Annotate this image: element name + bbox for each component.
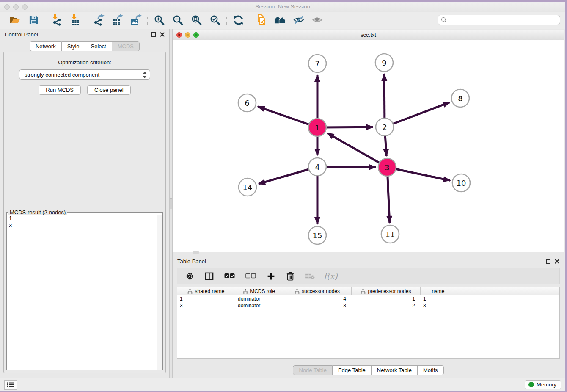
first-neighbors-button[interactable]	[274, 14, 286, 26]
tab-mcds[interactable]: MCDS	[112, 41, 140, 51]
network-graph[interactable]: 1234678910111415	[173, 40, 564, 252]
cell-shared-name: 1	[177, 296, 235, 302]
task-history-button[interactable]	[4, 380, 17, 390]
function-builder-button[interactable]: f(x)	[324, 271, 338, 281]
criterion-dropdown[interactable]: strongly connected component	[19, 69, 150, 80]
cell-predecessor-nodes: 2	[352, 303, 421, 309]
column-header-mcds-role[interactable]: MCDS role	[235, 287, 283, 295]
graph-node-7[interactable]: 7	[308, 55, 326, 72]
network-window-titlebar[interactable]: scc.txt	[173, 30, 564, 40]
window-zoom-button[interactable]	[22, 4, 28, 10]
delete-columns-button[interactable]	[285, 271, 296, 282]
zoom-in-button[interactable]	[153, 14, 165, 26]
graph-node-8[interactable]: 8	[451, 89, 469, 107]
tab-network-table[interactable]: Network Table	[372, 365, 418, 375]
graph-node-label: 4	[315, 163, 319, 171]
search-input[interactable]	[449, 17, 557, 24]
graph-edge-3-1[interactable]	[327, 133, 387, 167]
add-column-button[interactable]	[265, 271, 276, 282]
hide-selected-button[interactable]	[293, 14, 305, 26]
graph-node-label: 2	[382, 123, 387, 132]
select-all-columns-button[interactable]	[223, 271, 236, 282]
tab-select[interactable]: Select	[85, 41, 112, 51]
window-minimize-button[interactable]	[13, 4, 19, 10]
control-panel: Control Panel NetworkStyleSelectMCDS Opt…	[0, 29, 169, 378]
vertical-splitter-handle[interactable]	[170, 198, 172, 209]
titlebar: Session: New Session	[0, 2, 565, 12]
graph-edge-2-8[interactable]	[385, 102, 450, 127]
show-columns-button[interactable]	[204, 271, 215, 282]
network-canvas[interactable]: 1234678910111415	[173, 40, 564, 252]
save-session-button[interactable]	[28, 14, 39, 26]
network-close-button[interactable]	[176, 32, 182, 38]
unselect-all-columns-button[interactable]	[244, 271, 257, 282]
dropdown-stepper-icon	[143, 71, 147, 79]
cell-shared-name: 3	[177, 303, 235, 309]
checked-boxes-icon	[224, 273, 235, 279]
graph-node-15[interactable]: 15	[308, 226, 326, 244]
column-header-name[interactable]: name	[421, 287, 456, 295]
export-table-button[interactable]	[111, 14, 123, 26]
graph-node-2[interactable]: 2	[376, 118, 394, 136]
horizontal-splitter-handle[interactable]	[193, 251, 199, 254]
graph-node-9[interactable]: 9	[375, 54, 393, 72]
run-mcds-button[interactable]: Run MCDS	[39, 85, 81, 95]
graph-node-10[interactable]: 10	[452, 174, 470, 192]
table-row[interactable]: 3dominator323	[177, 302, 559, 309]
network-zoom-button[interactable]	[193, 32, 199, 38]
window-close-button[interactable]	[4, 4, 10, 10]
search-box[interactable]	[438, 15, 560, 25]
table-row[interactable]: 1dominator411	[177, 295, 559, 302]
vertical-splitter[interactable]	[169, 29, 173, 378]
import-table-icon	[70, 14, 81, 26]
table-settings-button[interactable]	[184, 271, 195, 282]
column-header-predecessor-nodes[interactable]: predecessor nodes	[352, 287, 421, 295]
network-minimize-button[interactable]	[185, 32, 190, 38]
table-header-row: shared nameMCDS rolesuccessor nodesprede…	[177, 287, 559, 295]
show-all-button[interactable]	[311, 14, 323, 26]
graph-node-1[interactable]: 1	[308, 119, 326, 136]
graph-node-label: 6	[245, 99, 249, 108]
houses-icon	[274, 15, 286, 25]
float-panel-icon[interactable]	[151, 32, 156, 37]
import-network-button[interactable]	[51, 14, 63, 26]
graph-node-4[interactable]: 4	[308, 158, 326, 176]
open-session-button[interactable]	[9, 14, 21, 26]
graph-edge-3-10[interactable]	[387, 167, 450, 180]
result-scrollbar[interactable]	[157, 215, 162, 370]
close-panel-icon[interactable]	[160, 32, 165, 37]
export-network-button[interactable]	[93, 14, 105, 26]
export-table-icon	[112, 14, 123, 26]
zoom-out-button[interactable]	[172, 14, 184, 26]
eye-icon	[311, 15, 323, 25]
apply-layout-button[interactable]	[232, 14, 244, 26]
graph-node-6[interactable]: 6	[238, 94, 256, 112]
memory-button[interactable]: Memory	[525, 380, 561, 389]
graph-node-11[interactable]: 11	[381, 225, 399, 243]
close-panel-button[interactable]: Close panel	[87, 85, 131, 95]
float-table-panel-icon[interactable]	[546, 259, 550, 264]
tab-motifs[interactable]: Motifs	[418, 365, 444, 375]
main-toolbar	[0, 12, 565, 28]
graph-node-label: 7	[315, 59, 319, 68]
screen: Session: New Session	[0, 0, 567, 392]
zoom-selected-button[interactable]	[209, 14, 221, 26]
new-network-from-selection-button[interactable]	[256, 14, 267, 26]
mcds-result-list[interactable]: 13	[7, 215, 162, 370]
close-table-panel-icon[interactable]	[555, 259, 559, 264]
graph-node-14[interactable]: 14	[239, 178, 256, 196]
zoom-fit-button[interactable]	[190, 14, 202, 26]
attribute-type-icon	[243, 289, 248, 294]
column-header-shared-name[interactable]: shared name	[177, 287, 235, 295]
tab-network[interactable]: Network	[30, 41, 62, 51]
export-image-button[interactable]	[130, 14, 142, 26]
import-table-button[interactable]	[69, 14, 81, 26]
tab-edge-table[interactable]: Edge Table	[333, 365, 372, 375]
tab-style[interactable]: Style	[62, 41, 85, 51]
graph-node-3[interactable]: 3	[378, 158, 396, 176]
graph-edge-1-6[interactable]	[258, 107, 317, 127]
delete-table-button[interactable]	[304, 271, 315, 282]
tab-node-table[interactable]: Node Table	[293, 365, 333, 375]
column-header-successor-nodes[interactable]: successor nodes	[283, 287, 352, 295]
zoom-glyph-icon	[195, 33, 198, 36]
